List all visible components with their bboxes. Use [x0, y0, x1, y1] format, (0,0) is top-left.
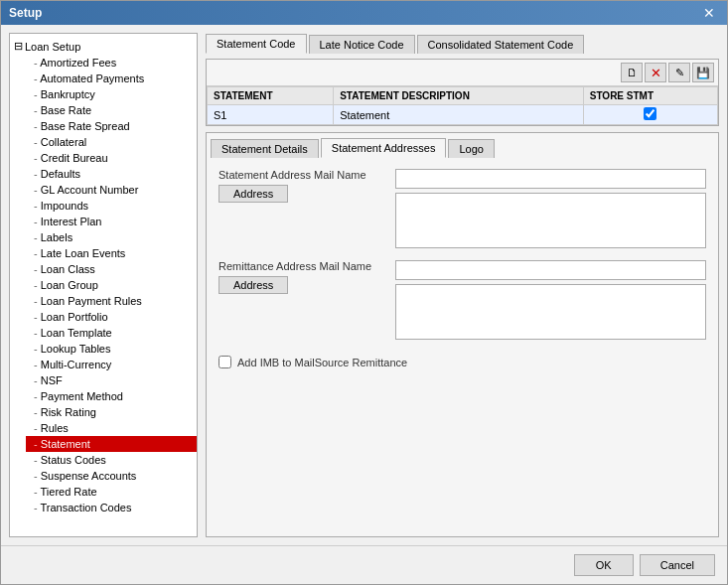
- description-cell: Statement: [334, 105, 584, 125]
- remittance-address-button[interactable]: Address: [218, 276, 288, 294]
- bottom-tab-logo[interactable]: Logo: [448, 139, 494, 158]
- new-icon: 🗋: [627, 67, 638, 78]
- top-tab-bar: Statement CodeLate Notice CodeConsolidat…: [206, 33, 719, 53]
- sidebar-item-status-codes[interactable]: Status Codes: [26, 452, 197, 468]
- close-button[interactable]: ✕: [699, 5, 719, 21]
- sidebar-item-automated-payments[interactable]: Automated Payments: [26, 71, 197, 86]
- sidebar-item-risk-rating[interactable]: Risk Rating: [26, 404, 197, 420]
- sidebar-item-bankruptcy[interactable]: Bankruptcy: [26, 86, 197, 102]
- statement-address-fields: [395, 169, 706, 248]
- statement-address-button[interactable]: Address: [218, 185, 288, 203]
- bottom-tab-bar: Statement DetailsStatement AddressesLogo: [207, 133, 718, 157]
- statement-cell: S1: [208, 105, 334, 125]
- sidebar-item-interest-plan[interactable]: Interest Plan: [26, 214, 197, 229]
- remittance-address-section: Remittance Address Mail Name Address: [218, 260, 706, 340]
- sidebar-tree: ⊟ Loan Setup Amortized FeesAutomated Pay…: [9, 33, 198, 537]
- tree-children: Amortized FeesAutomated PaymentsBankrupt…: [10, 55, 197, 515]
- sidebar-item-impounds[interactable]: Impounds: [26, 198, 197, 214]
- ok-button[interactable]: OK: [574, 554, 634, 576]
- sidebar-item-defaults[interactable]: Defaults: [26, 166, 197, 182]
- imb-label: Add IMB to MailSource Remittance: [237, 357, 407, 368]
- tab-consolidated-statement-code[interactable]: Consolidated Statement Code: [417, 35, 585, 54]
- imb-checkbox[interactable]: [218, 356, 231, 368]
- statement-mail-name-label: Statement Address Mail Name: [218, 169, 366, 181]
- bottom-tab-statement-details[interactable]: Statement Details: [211, 139, 319, 158]
- statement-address-textarea[interactable]: [395, 193, 706, 248]
- sidebar-item-transaction-codes[interactable]: Transaction Codes: [26, 500, 197, 515]
- edit-button[interactable]: ✎: [668, 63, 690, 82]
- toolbar-row: 🗋 ✕ ✎ 💾: [207, 60, 718, 86]
- sidebar-item-credit-bureau[interactable]: Credit Bureau: [26, 150, 197, 166]
- sidebar-item-collateral[interactable]: Collateral: [26, 134, 197, 150]
- statement-address-labels: Statement Address Mail Name Address: [218, 169, 387, 203]
- sidebar-item-loan-class[interactable]: Loan Class: [26, 261, 197, 277]
- delete-button[interactable]: ✕: [645, 63, 666, 82]
- dialog-content: ⊟ Loan Setup Amortized FeesAutomated Pay…: [1, 25, 727, 545]
- sidebar-item-loan-template[interactable]: Loan Template: [26, 325, 197, 341]
- sidebar-item-statement[interactable]: Statement: [26, 436, 197, 452]
- sidebar-item-loan-group[interactable]: Loan Group: [26, 277, 197, 293]
- col-statement: STATEMENT: [208, 87, 334, 105]
- new-button[interactable]: 🗋: [621, 63, 643, 82]
- remittance-address-labels: Remittance Address Mail Name Address: [218, 260, 387, 294]
- title-bar: Setup ✕: [1, 1, 727, 25]
- tree-root-text: Loan Setup: [25, 41, 80, 53]
- imb-row: Add IMB to MailSource Remittance: [218, 352, 706, 372]
- remittance-address-fields: [395, 260, 706, 340]
- sidebar-item-multi-currency[interactable]: Multi-Currency: [26, 357, 197, 372]
- save-icon: 💾: [696, 67, 710, 79]
- col-store: STORE STMT: [583, 87, 717, 105]
- sidebar-item-suspense-accounts[interactable]: Suspense Accounts: [26, 468, 197, 484]
- store-stmt-cell: [583, 105, 717, 125]
- sidebar-item-labels[interactable]: Labels: [26, 229, 197, 245]
- statement-mail-name-input[interactable]: [395, 169, 706, 189]
- sidebar-item-payment-method[interactable]: Payment Method: [26, 388, 197, 404]
- remittance-mail-name-label: Remittance Address Mail Name: [218, 260, 371, 272]
- edit-icon: ✎: [675, 67, 684, 79]
- main-panel: Statement CodeLate Notice CodeConsolidat…: [206, 33, 719, 537]
- tab-statement-code[interactable]: Statement Code: [206, 34, 307, 54]
- table-container: 🗋 ✕ ✎ 💾 STATEMENT: [206, 59, 719, 126]
- sidebar-item-loan-portfolio[interactable]: Loan Portfolio: [26, 309, 197, 325]
- sidebar-item-loan-payment-rules[interactable]: Loan Payment Rules: [26, 293, 197, 309]
- sidebar-item-lookup-tables[interactable]: Lookup Tables: [26, 341, 197, 357]
- dialog-title: Setup: [9, 6, 42, 20]
- statement-address-section: Statement Address Mail Name Address: [218, 169, 706, 248]
- delete-icon: ✕: [651, 66, 661, 80]
- remittance-mail-name-input[interactable]: [395, 260, 706, 280]
- bottom-panel: Statement DetailsStatement AddressesLogo…: [206, 132, 719, 537]
- remittance-address-textarea[interactable]: [395, 284, 706, 340]
- sidebar-item-late-loan-events[interactable]: Late Loan Events: [26, 245, 197, 261]
- sidebar-item-gl-account-number[interactable]: GL Account Number: [26, 182, 197, 198]
- sidebar-item-amortized-fees[interactable]: Amortized Fees: [26, 55, 197, 71]
- tree-root-label[interactable]: ⊟ Loan Setup: [10, 38, 197, 55]
- table-row[interactable]: S1Statement: [208, 105, 718, 125]
- dialog-footer: OK Cancel: [1, 545, 727, 584]
- store-stmt-checkbox[interactable]: [644, 107, 656, 120]
- col-description: STATEMENT DESCRIPTION: [334, 87, 584, 105]
- sidebar-item-nsf[interactable]: NSF: [26, 372, 197, 388]
- collapse-icon: ⊟: [14, 40, 23, 53]
- statement-table: STATEMENT STATEMENT DESCRIPTION STORE ST…: [207, 86, 718, 125]
- address-content: Statement Address Mail Name Address Remi…: [207, 157, 718, 536]
- sidebar-item-base-rate[interactable]: Base Rate: [26, 102, 197, 118]
- setup-dialog: Setup ✕ ⊟ Loan Setup Amortized FeesAutom…: [0, 0, 728, 585]
- tab-late-notice-code[interactable]: Late Notice Code: [309, 35, 415, 54]
- save-button[interactable]: 💾: [692, 63, 714, 82]
- cancel-button[interactable]: Cancel: [640, 554, 715, 576]
- table-body: S1Statement: [208, 105, 718, 125]
- sidebar-item-base-rate-spread[interactable]: Base Rate Spread: [26, 118, 197, 134]
- tree-root: ⊟ Loan Setup Amortized FeesAutomated Pay…: [10, 34, 197, 519]
- bottom-tab-statement-addresses[interactable]: Statement Addresses: [321, 138, 447, 158]
- sidebar-item-rules[interactable]: Rules: [26, 420, 197, 436]
- sidebar-item-tiered-rate[interactable]: Tiered Rate: [26, 484, 197, 500]
